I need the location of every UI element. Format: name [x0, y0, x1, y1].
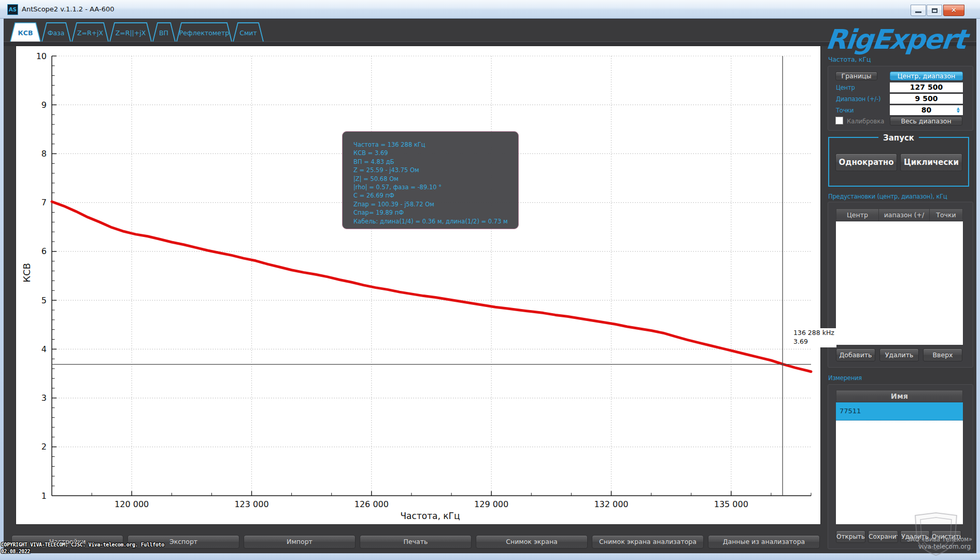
rigexpert-logo: RigExpert	[825, 24, 978, 55]
measurement-open-button[interactable]: Открыть	[836, 530, 865, 543]
viva-telecom-watermark-line1: ЗАО «Вива Телеком»	[907, 536, 972, 543]
run-single-button[interactable]: Однократно	[835, 153, 897, 171]
svg-text:Z=R||+jX: Z=R||+jX	[116, 29, 146, 37]
svg-text:1: 1	[41, 491, 47, 501]
copyright-watermark-line1: COPYRIGHT VIVA-TELECOM, CJSC. Viva-telec…	[1, 542, 364, 548]
spin-up-icon	[957, 107, 960, 110]
frequency-section-label: Частота, кГц	[828, 55, 871, 63]
center-label: Центр	[836, 84, 855, 91]
svg-text:120 000: 120 000	[115, 499, 149, 509]
svg-text:Z=R+jX: Z=R+jX	[77, 29, 104, 37]
presets-col-points: Точки	[930, 209, 962, 221]
calibration-label: Калибровка	[847, 118, 884, 125]
presets-table-header: Центр иапазон (+/ Точки	[836, 208, 963, 221]
points-spinner[interactable]	[955, 106, 962, 115]
close-button[interactable]: ✕	[943, 5, 964, 16]
svg-text:2: 2	[41, 442, 47, 452]
presets-col-center: Центр	[836, 209, 879, 221]
minimize-icon	[915, 11, 921, 13]
bounds-mode-button[interactable]: Границы	[835, 72, 877, 80]
tab-vp[interactable]: ВП	[153, 23, 175, 41]
tab-smith[interactable]: Смит	[233, 23, 263, 41]
x-axis-title: Частота, кГц	[363, 511, 498, 521]
svg-text:10: 10	[36, 51, 47, 61]
full-range-button[interactable]: Весь диапазон	[890, 117, 962, 125]
copyright-watermark-line2: 02.08.2022	[1, 549, 364, 554]
svg-text:9: 9	[41, 100, 47, 110]
cursor-readout: 136 288 kHz 3.69	[791, 328, 836, 347]
measurement-save-button[interactable]: Сохранить	[868, 530, 898, 543]
maximize-button[interactable]	[927, 5, 942, 16]
preset-up-button[interactable]: Вверх	[923, 348, 962, 361]
presets-label: Предустановки (центр, диапазон), кГц	[828, 193, 947, 200]
preset-delete-button[interactable]: Удалить	[879, 348, 919, 361]
measurements-label: Измерения	[828, 374, 862, 382]
analyzer-screenshot-button[interactable]: Снимок экрана анализатора	[592, 535, 704, 549]
svg-text:135 000: 135 000	[714, 499, 748, 509]
app-icon: AS	[7, 4, 18, 15]
viva-telecom-watermark-line2: viva-telecom.org	[918, 543, 971, 550]
svg-text:Фаза: Фаза	[48, 29, 65, 37]
svg-text:Смит: Смит	[239, 29, 257, 37]
tab-bar: КСВ Фаза Z=R+jX Z=R||+jX ВП Рефлектометр…	[5, 22, 814, 42]
center-input[interactable]: 127 500	[890, 82, 963, 92]
svg-text:8: 8	[41, 149, 47, 159]
center-span-mode-button[interactable]: Центр, диапазон	[890, 72, 963, 80]
svg-text:3: 3	[41, 393, 47, 403]
window-border-right	[976, 19, 980, 560]
svg-text:5: 5	[41, 296, 47, 305]
svg-text:КСВ: КСВ	[18, 29, 33, 37]
chart-panel[interactable]: 120 000123 000126 000129 000132 000135 0…	[16, 46, 821, 525]
measurements-table-body[interactable]	[836, 421, 963, 524]
tab-faza[interactable]: Фаза	[42, 23, 70, 41]
window-border-left	[0, 19, 4, 560]
cursor-frequency: 136 288 kHz	[793, 329, 834, 338]
svg-text:Рефлектометр: Рефлектометр	[179, 29, 229, 37]
measurement-row-selected[interactable]: 77511	[836, 402, 963, 421]
svg-text:7: 7	[41, 198, 47, 207]
tab-z-parallel[interactable]: Z=R||+jX	[110, 23, 151, 41]
preset-add-button[interactable]: Добавить	[836, 348, 875, 361]
svg-text:6: 6	[41, 246, 47, 256]
tab-ksv[interactable]: КСВ	[10, 23, 40, 41]
presets-table-body[interactable]	[836, 221, 963, 345]
print-button[interactable]: Печать	[360, 535, 472, 549]
measurements-col-name: Имя	[836, 390, 962, 402]
points-label: Точки	[836, 107, 854, 114]
presets-col-span: иапазон (+/	[879, 209, 930, 221]
tab-z-series[interactable]: Z=R+jX	[72, 23, 108, 41]
svg-text:129 000: 129 000	[474, 499, 508, 509]
minimize-button[interactable]	[911, 5, 926, 16]
measurements-table-header: Имя	[836, 390, 963, 402]
tab-reflectometer[interactable]: Рефлектометр	[177, 23, 232, 41]
svg-text:126 000: 126 000	[354, 499, 389, 509]
svg-text:ВП: ВП	[159, 29, 168, 37]
measurement-tooltip: Частота = 136 288 кГц КСВ = 3.69 ВП = 4.…	[342, 131, 519, 229]
y-axis-title: КСВ	[21, 255, 32, 291]
run-group-title: Запуск	[878, 133, 919, 143]
swr-chart: 120 000123 000126 000129 000132 000135 0…	[16, 46, 820, 524]
maximize-icon	[932, 8, 938, 13]
points-input[interactable]: 80	[890, 105, 963, 115]
cursor-swr: 3.69	[793, 338, 834, 346]
span-label: Диапазон (+/-)	[836, 95, 880, 103]
svg-text:132 000: 132 000	[594, 499, 628, 509]
window-title: AntScope2 v.1.1.2 - AA-600	[22, 5, 114, 13]
calibration-checkbox[interactable]	[835, 117, 843, 124]
svg-text:4: 4	[41, 344, 47, 354]
analyzer-data-button[interactable]: Данные из анализатора	[708, 535, 820, 549]
screenshot-button[interactable]: Снимок экрана	[476, 535, 588, 549]
svg-text:123 000: 123 000	[234, 499, 268, 509]
title-bar: AS AntScope2 v.1.1.2 - AA-600 ✕	[0, 0, 980, 19]
run-cyclic-button[interactable]: Циклически	[900, 153, 962, 171]
spin-down-icon	[957, 110, 960, 113]
close-icon: ✕	[951, 6, 957, 14]
span-input[interactable]: 9 500	[890, 94, 963, 104]
